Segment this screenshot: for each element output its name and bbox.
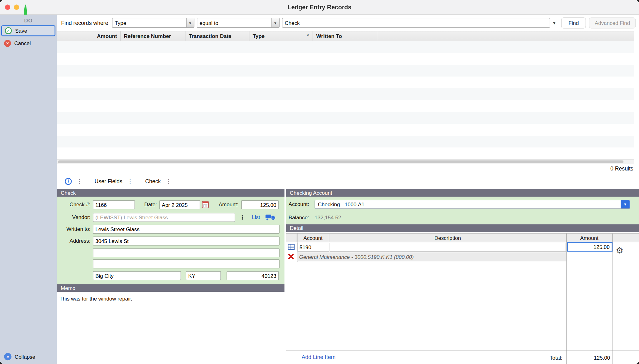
- vendor-truck-icon[interactable]: [265, 214, 276, 222]
- tab-check[interactable]: Check: [145, 178, 161, 184]
- address-line2-input[interactable]: [93, 248, 279, 257]
- check-panel-title: Check: [57, 189, 284, 197]
- find-records-where-label: Find records where: [61, 20, 108, 26]
- find-field-dropdown[interactable]: Type ▾: [112, 18, 194, 28]
- collapse-label: Collapse: [15, 354, 35, 360]
- detail-actions-column-header: [613, 234, 639, 242]
- checking-account-form: Account: Checking - 1000.A1 ▼ Balance: 1…: [286, 197, 639, 224]
- check-amount-input[interactable]: [241, 200, 279, 209]
- save-button[interactable]: ✓ Save: [1, 25, 55, 36]
- account-value: Checking - 1000.A1: [315, 200, 621, 208]
- address-line3-input[interactable]: [93, 259, 279, 268]
- amount-label: Amount:: [213, 200, 238, 209]
- checking-account-title: Checking Account: [286, 189, 639, 197]
- line-item-description-input[interactable]: [330, 243, 566, 252]
- line-item-row: [286, 242, 639, 253]
- account-label: Account:: [289, 200, 309, 209]
- vendor-label: Vendor:: [57, 213, 90, 222]
- state-input[interactable]: [186, 271, 221, 280]
- titlebar: Ledger Entry Records: [0, 0, 639, 15]
- column-header-amount[interactable]: Amount: [57, 31, 121, 41]
- line-item-info-row: General Maintenance - 3000.5190.K.K1 (80…: [286, 252, 639, 262]
- find-value-input[interactable]: [282, 18, 550, 28]
- memo-text: This was for the window repair.: [59, 296, 132, 302]
- collapse-chevrons-icon: «: [4, 353, 12, 361]
- check-number-label: Check #:: [57, 200, 90, 209]
- check-number-input[interactable]: [93, 200, 135, 209]
- column-header-type[interactable]: Type ^: [249, 31, 313, 41]
- cancel-button[interactable]: × Cancel: [1, 38, 55, 49]
- do-sidebar: DO ✓ Save × Cancel « Collapse: [0, 15, 57, 364]
- city-input[interactable]: [93, 271, 181, 280]
- info-icon[interactable]: i: [65, 178, 72, 184]
- window-title: Ledger Entry Records: [0, 4, 639, 11]
- column-header-filler: [378, 31, 634, 41]
- find-operator-dropdown[interactable]: equal to ▾: [197, 18, 280, 28]
- detail-icon-column-header: [286, 234, 297, 242]
- vendor-list-link[interactable]: List: [252, 214, 260, 220]
- detail-amount-column-header: Amount: [566, 234, 613, 242]
- written-to-label: Written to:: [57, 225, 90, 234]
- total-label: Total:: [286, 355, 562, 361]
- advanced-find-button[interactable]: Advanced Find: [589, 17, 636, 28]
- cancel-button-label: Cancel: [14, 40, 31, 47]
- sort-ascending-icon: ^: [307, 33, 309, 39]
- ledger-journal-icon[interactable]: [288, 244, 295, 251]
- sidebar-header: DO: [0, 15, 57, 24]
- checking-account-panel: Checking Account Account: Checking - 100…: [286, 189, 639, 364]
- results-table-body[interactable]: [57, 41, 634, 159]
- date-input[interactable]: [159, 200, 200, 209]
- main-area: Find records where Type ▾ equal to ▾ ▾ F…: [57, 15, 639, 364]
- written-to-input[interactable]: [93, 225, 279, 234]
- drag-handle-dots-icon[interactable]: ⋮: [77, 178, 82, 184]
- cancel-x-icon: ×: [4, 40, 11, 47]
- account-info-text: General Maintenance - 3000.5190.K.K1 (80…: [299, 254, 414, 260]
- detail-description-column-header: Description: [329, 234, 566, 242]
- date-label: Date:: [136, 200, 157, 209]
- dropdown-arrow-icon: ▾: [271, 18, 279, 27]
- detail-table: Account Description Amount: [286, 232, 639, 364]
- balance-value: 132,154.52: [315, 213, 341, 222]
- detail-panel-title: Detail: [286, 224, 639, 232]
- memo-text-area[interactable]: This was for the window repair.: [57, 292, 284, 364]
- balance-label: Balance:: [289, 213, 309, 222]
- account-dropdown-arrow-icon: ▼: [621, 200, 630, 208]
- find-bar: Find records where Type ▾ equal to ▾ ▾ F…: [61, 16, 636, 29]
- vendor-menu-dots-icon[interactable]: ⋮: [239, 213, 245, 222]
- line-item-amount-input[interactable]: [567, 242, 613, 252]
- column-header-transaction-date[interactable]: Transaction Date: [185, 31, 249, 41]
- delete-line-item-icon[interactable]: [288, 253, 294, 261]
- drag-handle-dots-icon[interactable]: ⋮: [127, 178, 133, 184]
- detail-footer: Add Line Item Total: 125.00: [286, 351, 639, 364]
- check-form: Check #: Date: Amount: Vendor: ⋮ List: [57, 197, 284, 284]
- total-value: 125.00: [567, 355, 610, 361]
- results-table-header: Amount Reference Number Transaction Date…: [57, 31, 634, 41]
- line-item-account-input[interactable]: [297, 243, 329, 252]
- calendar-icon[interactable]: [202, 201, 209, 208]
- account-dropdown[interactable]: Checking - 1000.A1 ▼: [315, 200, 630, 209]
- scrollbar-thumb[interactable]: [58, 161, 623, 163]
- tab-user-fields[interactable]: User Fields: [95, 178, 122, 184]
- app-window: Ledger Entry Records DO ✓ Save × Cancel …: [0, 0, 639, 364]
- zip-input[interactable]: [227, 271, 279, 280]
- detail-table-header: Account Description Amount: [286, 233, 639, 242]
- drag-handle-dots-icon[interactable]: ⋮: [166, 178, 171, 184]
- column-header-reference-number[interactable]: Reference Number: [121, 31, 185, 41]
- save-check-icon: ✓: [5, 27, 12, 34]
- detail-tab-bar: i ⋮ User Fields ⋮ Check ⋮: [57, 174, 639, 188]
- address-line1-input[interactable]: [93, 236, 279, 245]
- account-info-strip: General Maintenance - 3000.5190.K.K1 (80…: [297, 252, 566, 261]
- memo-panel-title: Memo: [57, 284, 284, 292]
- check-panel: Check Check #: Date: Amount: Vendor: ⋮ L…: [57, 189, 284, 364]
- results-horizontal-scrollbar[interactable]: [57, 159, 634, 164]
- find-options-arrow-icon[interactable]: ▾: [550, 20, 558, 26]
- column-header-written-to[interactable]: Written To: [313, 31, 378, 41]
- vendor-input[interactable]: [93, 213, 235, 222]
- collapse-sidebar-button[interactable]: « Collapse: [4, 353, 35, 361]
- results-count: 0 Results: [610, 166, 633, 172]
- row-settings-gear-icon[interactable]: ⚙: [616, 245, 623, 255]
- find-field-value: Type: [112, 18, 186, 27]
- find-button[interactable]: Find: [561, 17, 586, 28]
- address-label: Address:: [57, 236, 90, 245]
- save-button-label: Save: [15, 28, 27, 34]
